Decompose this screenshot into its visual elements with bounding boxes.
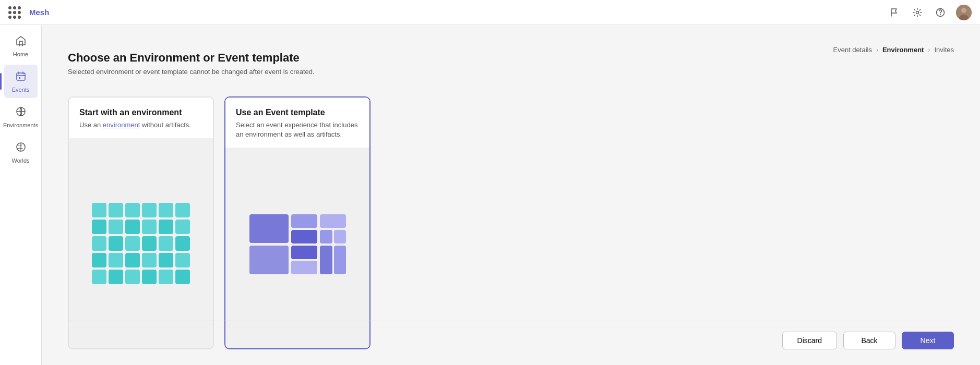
- svg-rect-11: [291, 214, 317, 228]
- svg-rect-16: [249, 246, 289, 274]
- avatar[interactable]: [956, 5, 972, 20]
- card-environment-desc: Use an environment without artifacts.: [79, 120, 202, 130]
- content-area: Event details › Environment › Invites Ch…: [42, 25, 980, 365]
- flag-icon[interactable]: [887, 5, 902, 20]
- card-environment-header: Start with an environment Use an environ…: [69, 98, 213, 138]
- breadcrumb-event-details: Event details: [833, 46, 872, 54]
- main-layout: Home Events Environments: [0, 25, 980, 365]
- breadcrumb-environment: Environment: [882, 46, 924, 54]
- card-environment[interactable]: Start with an environment Use an environ…: [68, 96, 214, 349]
- sidebar-item-environments[interactable]: Environments: [4, 100, 38, 133]
- next-button[interactable]: Next: [902, 332, 954, 349]
- sidebar-item-events[interactable]: Events: [4, 65, 38, 98]
- card-event-template-header: Use an Event template Select an event ex…: [225, 98, 369, 148]
- topbar: Mesh: [0, 0, 980, 25]
- svg-rect-19: [334, 246, 346, 274]
- svg-rect-13: [291, 230, 317, 244]
- page-title: Choose an Environment or Event template: [68, 51, 954, 65]
- card-environment-desc-suffix: without artifacts.: [140, 121, 191, 129]
- help-icon[interactable]: [933, 5, 948, 20]
- svg-rect-10: [249, 214, 289, 243]
- svg-point-4: [961, 8, 966, 13]
- svg-rect-6: [17, 73, 25, 80]
- footer-actions: Discard Back Next: [68, 321, 954, 349]
- breadcrumb-sep-2: ›: [928, 46, 930, 54]
- environment-grid-mosaic: [92, 203, 190, 284]
- breadcrumb: Event details › Environment › Invites: [833, 46, 954, 54]
- card-environment-desc-plain: Use an: [79, 121, 103, 129]
- worlds-icon: [15, 141, 27, 155]
- app-title: Mesh: [29, 8, 49, 17]
- environments-icon: [15, 106, 27, 120]
- event-template-mosaic: [249, 214, 346, 282]
- sidebar: Home Events Environments: [0, 25, 42, 365]
- svg-point-0: [916, 11, 919, 14]
- svg-rect-17: [291, 246, 317, 259]
- card-event-template-title: Use an Event template: [236, 108, 359, 117]
- sidebar-item-home-label: Home: [13, 51, 28, 57]
- discard-button[interactable]: Discard: [782, 332, 837, 349]
- card-event-template-desc: Select an event experience that includes…: [236, 120, 359, 139]
- page-subtitle: Selected environment or event template c…: [68, 68, 954, 76]
- sidebar-item-environments-label: Environments: [3, 122, 38, 128]
- svg-rect-18: [320, 246, 332, 274]
- environment-link[interactable]: environment: [103, 121, 140, 129]
- svg-rect-20: [291, 261, 317, 274]
- svg-point-2: [940, 14, 941, 15]
- app-launcher-icon[interactable]: [8, 6, 21, 19]
- events-icon: [15, 70, 27, 84]
- sidebar-item-worlds[interactable]: Worlds: [4, 136, 38, 169]
- sidebar-item-home[interactable]: Home: [4, 29, 38, 63]
- cards-container: Start with an environment Use an environ…: [68, 96, 954, 349]
- svg-rect-7: [19, 77, 20, 79]
- back-button[interactable]: Back: [843, 332, 895, 349]
- topbar-actions: [887, 5, 972, 20]
- svg-rect-15: [334, 230, 346, 244]
- card-environment-image: [69, 138, 213, 348]
- active-indicator: [0, 73, 2, 90]
- sidebar-item-events-label: Events: [12, 87, 30, 93]
- svg-rect-14: [320, 230, 332, 244]
- card-event-template-image: [225, 148, 369, 348]
- card-environment-title: Start with an environment: [79, 108, 202, 117]
- settings-icon[interactable]: [910, 5, 925, 20]
- svg-rect-12: [320, 214, 346, 228]
- breadcrumb-invites: Invites: [934, 46, 954, 54]
- sidebar-item-worlds-label: Worlds: [11, 157, 29, 164]
- home-icon: [15, 35, 27, 49]
- breadcrumb-sep-1: ›: [876, 46, 878, 54]
- card-event-template[interactable]: Use an Event template Select an event ex…: [224, 96, 371, 349]
